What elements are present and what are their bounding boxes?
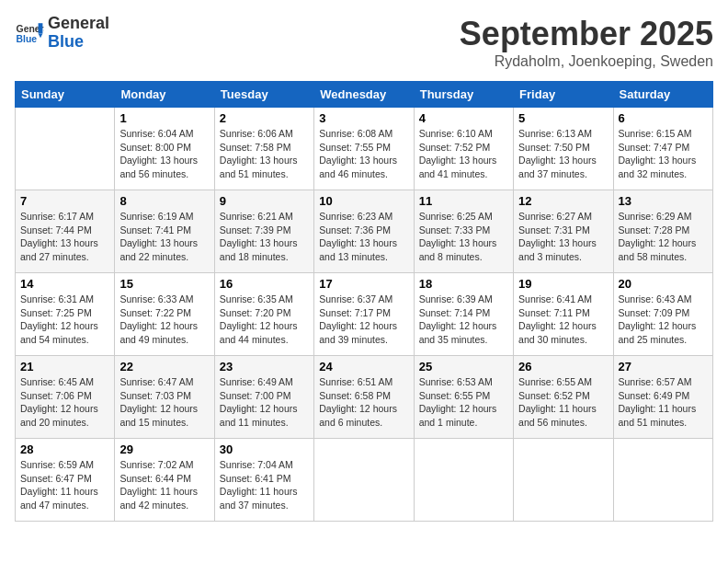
calendar-cell: 22Sunrise: 6:47 AM Sunset: 7:03 PM Dayli…: [115, 356, 214, 439]
day-info: Sunrise: 6:55 AM Sunset: 6:52 PM Dayligh…: [518, 375, 608, 430]
day-info: Sunrise: 6:51 AM Sunset: 6:58 PM Dayligh…: [319, 375, 408, 430]
day-number: 29: [119, 442, 209, 456]
month-title: September 2025: [460, 15, 713, 53]
calendar-cell: 4Sunrise: 6:10 AM Sunset: 7:52 PM Daylig…: [414, 108, 513, 190]
day-number: 5: [518, 111, 608, 125]
header-monday: Monday: [115, 82, 214, 108]
day-info: Sunrise: 6:29 AM Sunset: 7:28 PM Dayligh…: [619, 210, 708, 264]
header-wednesday: Wednesday: [314, 82, 414, 108]
calendar-cell: 2Sunrise: 6:06 AM Sunset: 7:58 PM Daylig…: [214, 108, 313, 190]
calendar-cell: [16, 108, 115, 190]
day-info: Sunrise: 6:43 AM Sunset: 7:09 PM Dayligh…: [619, 293, 708, 347]
logo-general: General: [48, 15, 109, 33]
day-info: Sunrise: 6:59 AM Sunset: 6:47 PM Dayligh…: [20, 458, 109, 512]
day-info: Sunrise: 6:08 AM Sunset: 7:55 PM Dayligh…: [319, 127, 408, 181]
calendar-week-3: 14Sunrise: 6:31 AM Sunset: 7:25 PM Dayli…: [16, 273, 713, 356]
calendar-cell: 28Sunrise: 6:59 AM Sunset: 6:47 PM Dayli…: [16, 439, 115, 522]
calendar-cell: 5Sunrise: 6:13 AM Sunset: 7:50 PM Daylig…: [514, 108, 613, 190]
calendar-week-5: 28Sunrise: 6:59 AM Sunset: 6:47 PM Dayli…: [16, 439, 713, 522]
calendar-cell: 27Sunrise: 6:57 AM Sunset: 6:49 PM Dayli…: [613, 356, 712, 439]
logo-blue: Blue: [48, 33, 109, 52]
day-number: 16: [220, 277, 309, 291]
day-info: Sunrise: 7:04 AM Sunset: 6:41 PM Dayligh…: [220, 458, 309, 512]
day-number: 8: [119, 194, 209, 208]
calendar-cell: 7Sunrise: 6:17 AM Sunset: 7:44 PM Daylig…: [16, 190, 115, 273]
svg-marker-3: [39, 33, 43, 38]
calendar-cell: [314, 439, 414, 522]
calendar-week-4: 21Sunrise: 6:45 AM Sunset: 7:06 PM Dayli…: [16, 356, 713, 439]
calendar-cell: 16Sunrise: 6:35 AM Sunset: 7:20 PM Dayli…: [214, 273, 313, 356]
calendar-cell: 11Sunrise: 6:25 AM Sunset: 7:33 PM Dayli…: [414, 190, 513, 273]
header-friday: Friday: [514, 82, 613, 108]
day-info: Sunrise: 6:10 AM Sunset: 7:52 PM Dayligh…: [419, 127, 508, 181]
day-number: 12: [518, 194, 608, 208]
day-info: Sunrise: 6:53 AM Sunset: 6:55 PM Dayligh…: [419, 375, 508, 430]
calendar-cell: 9Sunrise: 6:21 AM Sunset: 7:39 PM Daylig…: [214, 190, 313, 273]
header-thursday: Thursday: [414, 82, 513, 108]
calendar-week-2: 7Sunrise: 6:17 AM Sunset: 7:44 PM Daylig…: [16, 190, 713, 273]
day-info: Sunrise: 6:25 AM Sunset: 7:33 PM Dayligh…: [419, 210, 508, 264]
day-number: 18: [419, 277, 508, 291]
day-info: Sunrise: 6:04 AM Sunset: 8:00 PM Dayligh…: [119, 127, 209, 181]
day-info: Sunrise: 6:39 AM Sunset: 7:14 PM Dayligh…: [419, 293, 508, 347]
calendar-cell: 6Sunrise: 6:15 AM Sunset: 7:47 PM Daylig…: [613, 108, 712, 190]
calendar-cell: 21Sunrise: 6:45 AM Sunset: 7:06 PM Dayli…: [16, 356, 115, 439]
day-info: Sunrise: 6:17 AM Sunset: 7:44 PM Dayligh…: [20, 210, 109, 264]
header: General Blue General Blue September 2025…: [15, 15, 713, 70]
calendar-cell: 29Sunrise: 7:02 AM Sunset: 6:44 PM Dayli…: [115, 439, 214, 522]
day-info: Sunrise: 6:06 AM Sunset: 7:58 PM Dayligh…: [220, 127, 309, 181]
logo: General Blue General Blue: [15, 15, 109, 52]
day-number: 1: [119, 111, 209, 125]
calendar-cell: 8Sunrise: 6:19 AM Sunset: 7:41 PM Daylig…: [115, 190, 214, 273]
calendar-cell: 19Sunrise: 6:41 AM Sunset: 7:11 PM Dayli…: [514, 273, 613, 356]
day-number: 3: [319, 111, 408, 125]
header-sunday: Sunday: [16, 82, 115, 108]
day-number: 14: [20, 277, 109, 291]
day-info: Sunrise: 6:13 AM Sunset: 7:50 PM Dayligh…: [518, 127, 608, 181]
day-number: 17: [319, 277, 408, 291]
day-info: Sunrise: 6:27 AM Sunset: 7:31 PM Dayligh…: [518, 210, 608, 264]
day-info: Sunrise: 6:41 AM Sunset: 7:11 PM Dayligh…: [518, 293, 608, 347]
day-number: 25: [419, 360, 508, 373]
day-info: Sunrise: 6:31 AM Sunset: 7:25 PM Dayligh…: [20, 293, 109, 347]
day-number: 21: [20, 360, 109, 373]
day-number: 7: [20, 194, 109, 208]
calendar-header-row: SundayMondayTuesdayWednesdayThursdayFrid…: [16, 82, 713, 108]
calendar-cell: [613, 439, 712, 522]
calendar-cell: 14Sunrise: 6:31 AM Sunset: 7:25 PM Dayli…: [16, 273, 115, 356]
calendar-cell: 12Sunrise: 6:27 AM Sunset: 7:31 PM Dayli…: [514, 190, 613, 273]
calendar-cell: 1Sunrise: 6:04 AM Sunset: 8:00 PM Daylig…: [115, 108, 214, 190]
day-info: Sunrise: 6:45 AM Sunset: 7:06 PM Dayligh…: [20, 375, 109, 430]
day-number: 9: [220, 194, 309, 208]
day-info: Sunrise: 6:35 AM Sunset: 7:20 PM Dayligh…: [220, 293, 309, 347]
day-number: 27: [619, 360, 708, 373]
logo-icon: General Blue: [15, 20, 44, 46]
calendar-cell: 25Sunrise: 6:53 AM Sunset: 6:55 PM Dayli…: [414, 356, 513, 439]
day-number: 28: [20, 442, 109, 456]
location-title: Rydaholm, Joenkoeping, Sweden: [460, 53, 713, 70]
day-info: Sunrise: 6:37 AM Sunset: 7:17 PM Dayligh…: [319, 293, 408, 347]
calendar-cell: 23Sunrise: 6:49 AM Sunset: 7:00 PM Dayli…: [214, 356, 313, 439]
calendar-cell: [414, 439, 513, 522]
day-info: Sunrise: 6:21 AM Sunset: 7:39 PM Dayligh…: [220, 210, 309, 264]
calendar-cell: 30Sunrise: 7:04 AM Sunset: 6:41 PM Dayli…: [214, 439, 313, 522]
svg-text:Blue: Blue: [17, 34, 38, 44]
day-number: 20: [619, 277, 708, 291]
day-number: 26: [518, 360, 608, 373]
day-number: 23: [220, 360, 309, 373]
calendar-cell: 17Sunrise: 6:37 AM Sunset: 7:17 PM Dayli…: [314, 273, 414, 356]
day-info: Sunrise: 7:02 AM Sunset: 6:44 PM Dayligh…: [119, 458, 209, 512]
calendar-cell: 10Sunrise: 6:23 AM Sunset: 7:36 PM Dayli…: [314, 190, 414, 273]
calendar-cell: 18Sunrise: 6:39 AM Sunset: 7:14 PM Dayli…: [414, 273, 513, 356]
day-number: 11: [419, 194, 508, 208]
day-number: 22: [119, 360, 209, 373]
day-info: Sunrise: 6:57 AM Sunset: 6:49 PM Dayligh…: [619, 375, 708, 430]
calendar-cell: 24Sunrise: 6:51 AM Sunset: 6:58 PM Dayli…: [314, 356, 414, 439]
day-info: Sunrise: 6:19 AM Sunset: 7:41 PM Dayligh…: [119, 210, 209, 264]
svg-marker-2: [39, 23, 43, 33]
title-area: September 2025 Rydaholm, Joenkoeping, Sw…: [460, 15, 713, 70]
calendar-cell: 15Sunrise: 6:33 AM Sunset: 7:22 PM Dayli…: [115, 273, 214, 356]
calendar-cell: 20Sunrise: 6:43 AM Sunset: 7:09 PM Dayli…: [613, 273, 712, 356]
day-info: Sunrise: 6:49 AM Sunset: 7:00 PM Dayligh…: [220, 375, 309, 430]
day-number: 13: [619, 194, 708, 208]
